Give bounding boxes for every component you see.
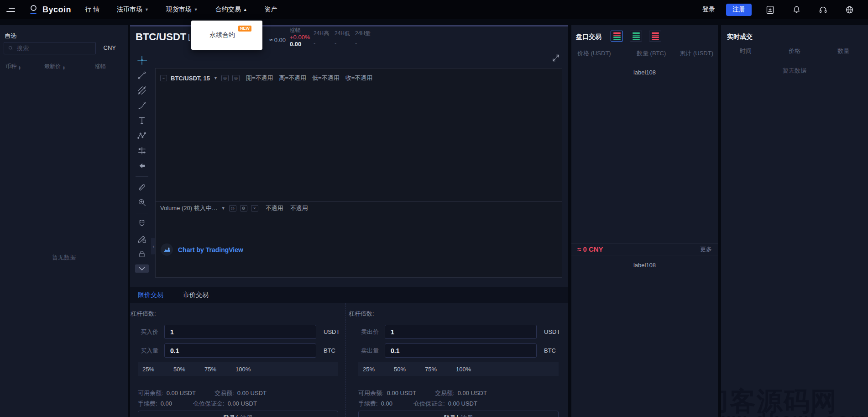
percent-100-button[interactable]: 100% [235, 366, 251, 373]
tab-market-order[interactable]: 市价交易 [183, 291, 209, 299]
login-link[interactable]: 登录 [702, 5, 715, 14]
column-last-price[interactable]: 最新价▲▼ [44, 63, 65, 70]
book-asks-view-icon[interactable] [649, 31, 661, 42]
percent-25-button[interactable]: 25% [142, 366, 154, 373]
chart-legend: − BTC/USDT, 15 ▼ ◎ ◎ 開=不適用 高=不適用 低=不適用 收… [160, 74, 372, 82]
buy-login-register-button[interactable]: 登录/注册 [138, 411, 338, 417]
change-value: 0.00 [290, 41, 310, 48]
book-split-view-icon[interactable] [611, 31, 623, 42]
watchlist-title: 自选 [5, 32, 16, 40]
tab-limit-order[interactable]: 限价交易 [138, 291, 163, 299]
settings-icon[interactable]: ⚙ [240, 205, 247, 211]
lock-icon[interactable] [136, 248, 147, 259]
percent-25-button[interactable]: 25% [363, 366, 375, 373]
sell-price-input[interactable] [385, 325, 537, 339]
search-placeholder: 搜索 [17, 44, 29, 53]
tradingview-logo-icon[interactable] [161, 243, 173, 256]
percent-50-button[interactable]: 50% [173, 366, 185, 373]
trades-columns: 时间 价格 数量 [721, 47, 868, 55]
column-symbol[interactable]: 币种▲▼ [5, 63, 21, 70]
watermark-url: www.dkewl.com [721, 410, 868, 417]
sell-amount-input[interactable] [385, 343, 537, 358]
sell-amount-unit: BTC [544, 347, 556, 354]
column-total: 累计 (USDT) [680, 49, 713, 58]
nav-item-contract[interactable]: 合约交易▲ [215, 5, 247, 14]
buy-amount-label: 买入量 [141, 347, 164, 355]
orderbook-panel: 盘口交易 价格 (USDT) 数量 (BTC) 累计 (USDT) label1… [571, 25, 718, 417]
arrow-left-icon[interactable] [136, 160, 147, 171]
legend-symbol[interactable]: BTC/USDT, 15 [171, 75, 210, 82]
buy-amount-input[interactable] [164, 343, 316, 358]
search-input[interactable]: 搜索 [4, 42, 96, 54]
menu-icon[interactable] [6, 8, 16, 12]
margin-value: 0.00 USDT [228, 400, 257, 407]
magnet-icon[interactable] [136, 218, 147, 229]
zoom-in-icon[interactable] [136, 197, 147, 208]
sort-icon: ▲▼ [18, 66, 21, 70]
more-link[interactable]: 更多 [700, 245, 712, 253]
orderbook-title: 盘口交易 [576, 33, 601, 41]
high-value: 高=不適用 [279, 74, 306, 82]
column-amount: 数量 [819, 47, 868, 55]
order-type-tabs: 限价交易 市价交易 [130, 287, 568, 303]
percent-100-button[interactable]: 100% [456, 366, 471, 373]
orderbook-view-switcher [611, 31, 661, 42]
chevron-down-icon[interactable]: ▼ [221, 206, 225, 211]
collapse-chevron-icon[interactable] [135, 264, 149, 273]
order-forms: 杠杆倍数: 买入价 USDT 买入量 BTC 25% 50% 75% 100% [130, 303, 568, 417]
trading-app: Bycoin 行 情 法币市场▼ 现货市场▼ 合约交易▲ 资产 登录 注册 [0, 0, 868, 417]
forecast-icon[interactable] [136, 145, 147, 156]
nav-item-fiat[interactable]: 法币市场▼ [117, 5, 149, 14]
text-icon[interactable] [136, 115, 147, 126]
tradingview-credit-link[interactable]: Chart by TradingView [178, 246, 243, 253]
buy-price-unit: USDT [324, 328, 340, 335]
bell-icon[interactable] [792, 5, 801, 15]
buy-percent-row: 25% 50% 75% 100% [138, 362, 338, 376]
fee-label: 手续费: [358, 400, 378, 407]
book-bids-view-icon[interactable] [630, 31, 642, 42]
nav-item-assets[interactable]: 资产 [265, 5, 277, 14]
brush-icon[interactable] [136, 100, 147, 111]
globe-icon[interactable] [845, 5, 854, 15]
pane-divider[interactable] [156, 201, 562, 202]
chevron-down-icon[interactable]: ▼ [214, 76, 218, 80]
tradingview-credit: Chart by TradingView [161, 243, 243, 256]
trades-empty-text: 暂无数据 [721, 67, 868, 75]
sell-percent-row: 25% 50% 75% 100% [358, 362, 559, 376]
currency-selector[interactable]: CNY [104, 44, 116, 51]
sell-amount-row: 卖出量 BTC [358, 343, 568, 358]
buy-price-input[interactable] [164, 325, 316, 339]
headset-icon[interactable] [818, 5, 828, 15]
sell-login-register-button[interactable]: 登录/注册 [358, 411, 559, 417]
crosshair-icon[interactable] [136, 55, 147, 66]
percent-75-button[interactable]: 75% [425, 366, 437, 373]
eye-icon[interactable]: ◎ [229, 205, 236, 211]
eye-icon[interactable]: ◎ [232, 75, 240, 81]
ruler-icon[interactable] [136, 182, 147, 193]
drawing-lock-icon[interactable] [136, 233, 147, 244]
sell-amount-label: 卖出量 [361, 347, 385, 355]
trend-line-icon[interactable] [136, 70, 147, 81]
legend-collapse-icon[interactable]: − [160, 75, 167, 81]
brand-logo[interactable]: Bycoin [29, 5, 71, 15]
nav-item-spot[interactable]: 现货市场▼ [166, 5, 198, 14]
menu-item-perpetual[interactable]: 永续合约 [209, 31, 235, 39]
volume-study-label[interactable]: Volume (20) 載入中… [160, 204, 218, 212]
buy-amount-unit: BTC [324, 347, 335, 354]
percent-50-button[interactable]: 50% [394, 366, 406, 373]
xabcd-pattern-icon[interactable] [136, 130, 147, 141]
nav-item-market[interactable]: 行 情 [85, 5, 99, 14]
column-change[interactable]: 涨幅 [95, 63, 106, 70]
eye-icon[interactable]: ◎ [221, 75, 229, 81]
leverage-label: 杠杆倍数: [131, 310, 345, 317]
register-button[interactable]: 注册 [726, 4, 752, 16]
pair-title: BTC/USDT [136, 31, 186, 43]
download-icon[interactable] [765, 5, 775, 15]
column-amount: 数量 (BTC) [637, 49, 666, 58]
percent-75-button[interactable]: 75% [204, 366, 216, 373]
gann-fib-icon[interactable] [136, 85, 147, 96]
chart-canvas[interactable]: − BTC/USDT, 15 ▼ ◎ ◎ 開=不適用 高=不適用 低=不適用 收… [155, 68, 562, 278]
close-icon[interactable]: × [251, 205, 258, 211]
fee-label: 手续费: [138, 400, 157, 407]
buy-balance-row: 可用余额:0.00 USDT 交易额:0.00 USDT [138, 389, 345, 396]
